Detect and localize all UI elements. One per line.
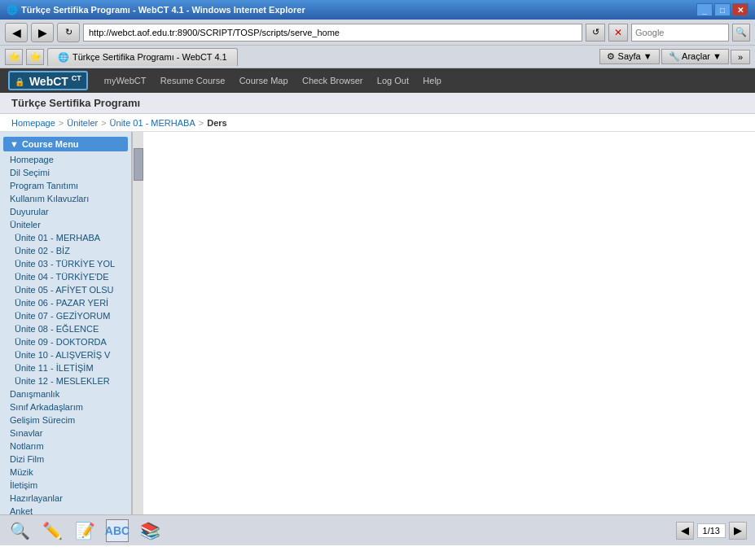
go-button[interactable]: ↺ <box>586 24 605 42</box>
breadcrumb-current: Ders <box>207 118 226 128</box>
nav-log-out[interactable]: Log Out <box>377 76 409 85</box>
nav-course-map[interactable]: Course Map <box>239 76 288 85</box>
sidebar-item-sinif[interactable]: Sınıf Arkadaşlarım <box>3 400 128 413</box>
sidebar-item-unite04[interactable]: Ünite 04 - TÜRKİYE'DE <box>3 270 128 283</box>
bottom-next-button[interactable]: ▶ <box>729 522 747 540</box>
back-button[interactable]: ◀ <box>5 23 28 42</box>
browser-icon: 🌐 <box>7 5 18 15</box>
webct-nav: myWebCT Resume Course Course Map Check B… <box>104 75 453 86</box>
main-layout: ▼ Course Menu Homepage Dil Seçimi Progra… <box>0 132 755 514</box>
more-button[interactable]: » <box>731 50 750 64</box>
sidebar-header-label: Course Menu <box>22 139 79 149</box>
sidebar-item-unite12[interactable]: Ünite 12 - MESLEKLER <box>3 374 128 387</box>
webct-logo-text: WebCT <box>29 74 68 87</box>
nav-help[interactable]: Help <box>423 76 441 85</box>
search-tool-icon[interactable]: 🔍 <box>8 519 31 542</box>
close-button[interactable]: ✕ <box>732 3 748 16</box>
google-search-button[interactable]: 🔍 <box>732 24 750 42</box>
bottom-prev-button[interactable]: ◀ <box>676 522 694 540</box>
notes-tool-icon[interactable]: 📝 <box>73 519 96 542</box>
sidebar: ▼ Course Menu Homepage Dil Seçimi Progra… <box>0 132 132 514</box>
sidebar-item-notlarim[interactable]: Notlarım <box>3 440 128 453</box>
sidebar-item-unite07[interactable]: Ünite 07 - GEZİYORUM <box>3 309 128 322</box>
refresh-button[interactable]: ↻ <box>57 23 80 42</box>
sidebar-item-hazirlayanlar[interactable]: Hazırlayanlar <box>3 492 128 505</box>
content-row: ▼ Course Menu Homepage Dil Seçimi Progra… <box>0 132 143 514</box>
breadcrumb-homepage[interactable]: Homepage <box>11 118 55 128</box>
address-input[interactable] <box>83 24 582 42</box>
pencil-tool-icon[interactable]: ✏️ <box>41 519 64 542</box>
sidebar-item-unite11[interactable]: Ünite 11 - İLETİŞİM <box>3 361 128 374</box>
sidebar-item-kullanim[interactable]: Kullanım Kılavuzları <box>3 192 128 205</box>
sidebar-item-uniteler[interactable]: Üniteler <box>3 218 128 231</box>
sidebar-item-dizi-film[interactable]: Dizi Film <box>3 453 128 466</box>
favorites-button[interactable]: ⭐ <box>5 49 23 65</box>
breadcrumb-unite01[interactable]: Ünite 01 - MERHABA <box>110 118 195 128</box>
add-favorite-button[interactable]: ⭐ <box>26 49 44 65</box>
bottom-toolbar: 🔍 ✏️ 📝 ABC 📚 ◀ 1/13 ▶ <box>0 514 755 545</box>
book-tool-icon[interactable]: 📚 <box>138 519 161 542</box>
page-title-bar: Türkçe Sertifika Programı <box>0 93 755 114</box>
sidebar-item-unite03[interactable]: Ünite 03 - TÜRKİYE YOL <box>3 257 128 270</box>
sayfa-button[interactable]: ⚙ Sayfa ▼ <box>599 49 659 64</box>
sidebar-item-unite01[interactable]: Ünite 01 - MERHABA <box>3 231 128 244</box>
page-title: Türkçe Sertifika Programı <box>11 97 140 109</box>
breadcrumb: Homepage > Üniteler > Ünite 01 - MERHABA… <box>0 114 755 132</box>
sidebar-header: ▼ Course Menu <box>3 137 128 151</box>
breadcrumb-uniteler[interactable]: Üniteler <box>67 118 98 128</box>
sidebar-item-dil-secimi[interactable]: Dil Seçimi <box>3 166 128 179</box>
sidebar-item-program-tanitimi[interactable]: Program Tanıtımı <box>3 179 128 192</box>
browser-tab[interactable]: 🌐 Türkçe Sertifika Programı - WebCT 4.1 <box>47 48 238 66</box>
bottom-counter: 1/13 <box>697 523 726 538</box>
sidebar-item-iletisim[interactable]: İletişim <box>3 479 128 492</box>
minimize-button[interactable]: _ <box>696 3 713 16</box>
nav-check-browser[interactable]: Check Browser <box>302 76 363 85</box>
forward-button[interactable]: ▶ <box>31 23 54 42</box>
araclar-button[interactable]: 🔧 Araçlar ▼ <box>661 49 729 64</box>
stop-button[interactable]: ✕ <box>608 24 628 42</box>
title-bar: 🌐 Türkçe Sertifika Programı - WebCT 4.1 … <box>0 0 755 20</box>
sidebar-item-danismanlik[interactable]: Danışmanlık <box>3 387 128 400</box>
sidebar-item-unite06[interactable]: Ünite 06 - PAZAR YERİ <box>3 296 128 309</box>
abc-tool-icon[interactable]: ABC <box>106 519 129 542</box>
scroll-thumb[interactable] <box>134 148 143 181</box>
sidebar-item-muzik[interactable]: Müzik <box>3 466 128 479</box>
sidebar-item-unite08[interactable]: Ünite 08 - EĞLENCE <box>3 322 128 335</box>
ie-icon: 🌐 <box>58 52 69 63</box>
address-bar: ◀ ▶ ↻ ↺ ✕ 🔍 <box>0 20 755 46</box>
bottom-tools: 🔍 ✏️ 📝 ABC 📚 <box>8 519 161 542</box>
bookmarks-bar: ⭐ ⭐ 🌐 Türkçe Sertifika Programı - WebCT … <box>0 46 755 68</box>
sidebar-item-unite05[interactable]: Ünite 05 - AFİYET OLSU <box>3 283 128 296</box>
sidebar-item-anket[interactable]: Anket <box>3 505 128 514</box>
bottom-nav: ◀ 1/13 ▶ <box>676 522 747 540</box>
right-scrollbar[interactable] <box>132 132 143 514</box>
webct-logo-icon: 🔒 <box>15 77 24 86</box>
sidebar-item-unite10[interactable]: Ünite 10 - ALIŞVERİŞ V <box>3 348 128 361</box>
nav-mywebct[interactable]: myWebCT <box>104 76 147 85</box>
nav-resume-course[interactable]: Resume Course <box>160 76 225 85</box>
sidebar-item-gelisim[interactable]: Gelişim Sürecim <box>3 413 128 427</box>
sidebar-item-homepage[interactable]: Homepage <box>3 153 128 166</box>
tab-label: Türkçe Sertifika Programı - WebCT 4.1 <box>72 52 227 62</box>
sidebar-arrow-icon: ▼ <box>10 139 19 149</box>
maximize-button[interactable]: □ <box>714 3 731 16</box>
webct-header: 🔒 WebCT CT myWebCT Resume Course Course … <box>0 68 755 93</box>
sidebar-item-duyurular[interactable]: Duyurular <box>3 205 128 218</box>
google-search-input[interactable] <box>631 24 729 42</box>
sidebar-item-unite09[interactable]: Ünite 09 - DOKTORDA <box>3 335 128 348</box>
window-title: Türkçe Sertifika Programı - WebCT 4.1 - … <box>21 5 696 15</box>
sidebar-item-sinavlar[interactable]: Sınavlar <box>3 427 128 440</box>
sidebar-item-unite02[interactable]: Ünite 02 - BİZ <box>3 244 128 257</box>
webct-logo: 🔒 WebCT CT <box>8 71 88 91</box>
